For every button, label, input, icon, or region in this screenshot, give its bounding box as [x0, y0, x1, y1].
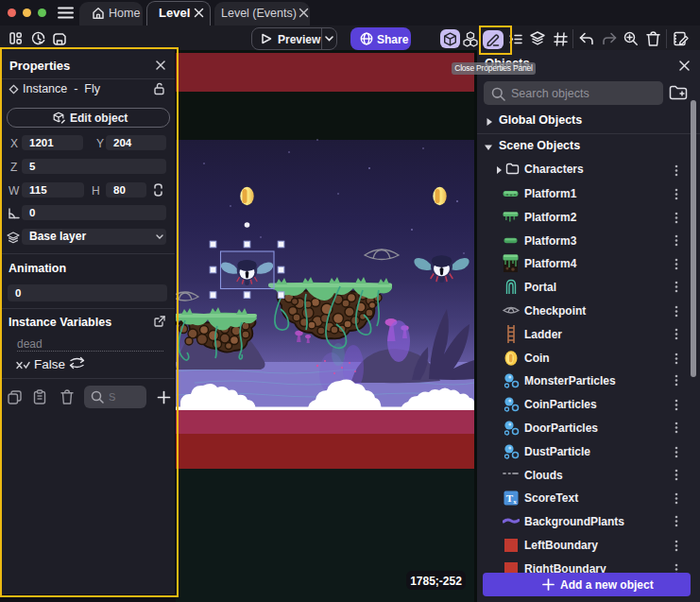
svg-text:x: x — [513, 498, 517, 506]
svg-text:1785;-252: 1785;-252 — [410, 575, 462, 588]
